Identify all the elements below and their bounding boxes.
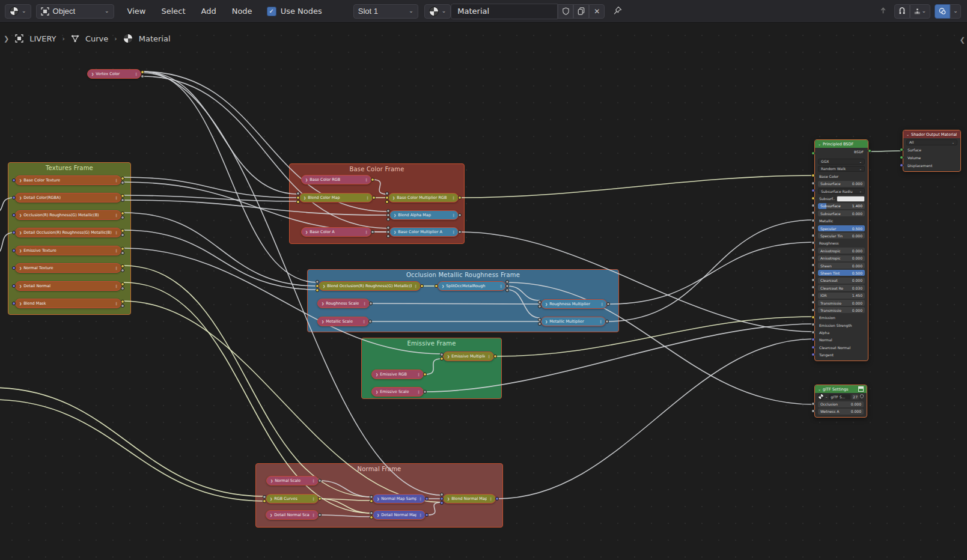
dropdown-field[interactable]: Subsurface Radiu⌄ xyxy=(818,188,865,194)
input-socket[interactable] xyxy=(296,192,300,195)
input-socket[interactable] xyxy=(12,266,16,270)
node-header[interactable]: ⌄Shader Output Material xyxy=(903,130,960,138)
output-socket[interactable] xyxy=(141,70,144,74)
node-header[interactable]: ⌄Principled BSDF xyxy=(815,140,868,148)
output-socket[interactable] xyxy=(121,269,124,272)
output-socket[interactable] xyxy=(458,196,462,199)
node-blend-occlusion-r-roughness-g-metallic-b-map[interactable]: ❯Blend Occlusion(R) Roughness(G) Metalli… xyxy=(319,281,421,291)
input-socket[interactable] xyxy=(12,231,16,234)
collapse-chevron-icon[interactable]: ❯ xyxy=(322,302,324,305)
breadcrumb-object-label[interactable]: LIVERY xyxy=(29,34,56,43)
material-name-field[interactable] xyxy=(451,4,558,19)
output-socket[interactable] xyxy=(493,355,497,358)
collapse-chevron-icon[interactable]: ❯ xyxy=(305,178,308,181)
node-header[interactable]: ⌄glTF Settings xyxy=(815,385,867,393)
slider-field[interactable]: Subsurface1.400 xyxy=(818,203,865,209)
dropdown-field[interactable]: Random Walk⌄ xyxy=(818,166,865,172)
output-socket[interactable] xyxy=(371,230,374,234)
node-blend-alpha-map[interactable]: ❯Blend Alpha Map‖ xyxy=(389,210,459,220)
output-socket[interactable] xyxy=(121,247,124,251)
value-field[interactable]: Subsurface0.000 xyxy=(818,210,865,216)
output-socket[interactable] xyxy=(868,149,871,153)
output-socket[interactable] xyxy=(121,194,124,198)
value-field[interactable]: Transmissio0.000 xyxy=(818,307,865,313)
output-socket[interactable] xyxy=(121,229,124,233)
collapse-chevron-icon[interactable]: ❯ xyxy=(19,178,22,182)
node-emissive-scale[interactable]: ❯Emissive Scale‖ xyxy=(371,387,424,397)
menu-node[interactable]: Node xyxy=(231,5,254,17)
input-socket[interactable] xyxy=(538,322,541,326)
value-field[interactable]: Transmissio0.000 xyxy=(818,300,865,306)
value-field[interactable]: Anisotropic0.000 xyxy=(818,255,865,261)
use-nodes-checkbox[interactable]: ✓ Use Nodes xyxy=(267,7,322,16)
panel-row-specular-tin[interactable]: Specular Tin0.000 xyxy=(815,232,868,239)
input-socket[interactable] xyxy=(811,271,815,275)
overlays-toggle-button[interactable] xyxy=(935,4,950,19)
node-splitoccmetalrough[interactable]: ❯SplitOccMetalRough‖ xyxy=(438,281,506,291)
slot-dropdown[interactable]: Slot 1 ⌄ xyxy=(353,4,418,19)
node-rgb-curves[interactable]: ❯RGB Curves‖ xyxy=(266,494,319,504)
panel-row-occlusion[interactable]: Occlusion0.000 xyxy=(815,400,867,407)
node-editor-canvas[interactable]: Textures FrameBase Color FrameOcclusion … xyxy=(0,22,967,560)
input-socket[interactable] xyxy=(12,178,16,182)
value-field[interactable]: Clearcoat Ro0.030 xyxy=(818,285,865,291)
collapse-chevron-icon[interactable]: ❯ xyxy=(545,302,548,306)
output-socket[interactable] xyxy=(121,198,124,202)
chevron-down-icon[interactable]: ⌄ xyxy=(906,132,909,136)
panel-row-sheen-tint[interactable]: Sheen Tint0.500 xyxy=(815,269,868,276)
new-material-button[interactable] xyxy=(573,4,589,19)
collapse-chevron-icon[interactable]: ❯ xyxy=(270,479,273,482)
value-field[interactable]: Subsurface0.000 xyxy=(818,181,865,187)
input-socket[interactable] xyxy=(811,315,815,319)
input-socket[interactable] xyxy=(811,409,815,413)
output-socket[interactable] xyxy=(121,233,124,237)
input-socket[interactable] xyxy=(370,511,373,515)
input-socket[interactable] xyxy=(386,209,390,213)
node-emissive-multiplier[interactable]: ❯Emissive Multiplier‖ xyxy=(443,352,494,361)
panel-row-anisotropic[interactable]: Anisotropic0.000 xyxy=(815,247,868,254)
input-socket[interactable] xyxy=(538,300,541,304)
collapse-chevron-icon[interactable]: ❯ xyxy=(19,196,22,199)
panel-row-subsurf[interactable]: Subsurf.. xyxy=(815,195,868,202)
input-socket[interactable] xyxy=(538,305,541,308)
input-socket[interactable] xyxy=(440,497,444,501)
chevron-down-icon[interactable]: ⌄ xyxy=(818,387,821,391)
collapse-chevron-icon[interactable]: ❯ xyxy=(19,284,22,288)
input-socket[interactable] xyxy=(370,499,373,503)
output-socket[interactable] xyxy=(458,230,462,234)
collapse-chevron-icon[interactable]: ❯ xyxy=(19,231,22,234)
input-socket[interactable] xyxy=(811,345,815,349)
collapse-chevron-icon[interactable]: ❯ xyxy=(394,213,396,217)
output-socket[interactable] xyxy=(458,213,462,217)
material-browse-button[interactable]: ⌄ xyxy=(424,4,451,19)
pin-toggle-button[interactable] xyxy=(613,6,622,17)
collapse-chevron-icon[interactable]: ❯ xyxy=(545,320,548,323)
shield-icon[interactable] xyxy=(860,394,864,399)
overlays-dropdown[interactable]: ⌄ xyxy=(950,4,961,19)
node-blend-mask[interactable]: ❯Blend Mask‖ xyxy=(15,299,121,308)
input-socket[interactable] xyxy=(900,148,903,151)
output-socket[interactable] xyxy=(371,178,374,181)
output-socket[interactable] xyxy=(420,284,424,288)
output-socket[interactable] xyxy=(369,302,373,305)
output-socket[interactable] xyxy=(495,497,499,501)
value-field[interactable]: Occlusion0.000 xyxy=(818,401,864,407)
panel-row-ggx[interactable]: GGX⌄ xyxy=(815,157,868,165)
node-emissive-texture[interactable]: ❯Emissive Texture‖ xyxy=(15,246,121,255)
input-socket[interactable] xyxy=(440,357,444,361)
node-base-color-a[interactable]: ❯Base Color A‖ xyxy=(301,227,371,237)
snap-toggle-button[interactable] xyxy=(894,4,910,19)
input-socket[interactable] xyxy=(385,196,389,199)
node-blend-color-map[interactable]: ❯Blend Color Map‖ xyxy=(299,193,373,202)
output-socket[interactable] xyxy=(121,264,124,268)
color-swatch[interactable] xyxy=(837,196,865,202)
input-socket[interactable] xyxy=(900,156,903,159)
input-socket[interactable] xyxy=(316,280,319,284)
input-socket[interactable] xyxy=(316,288,319,292)
user-count-badge[interactable]: 27 xyxy=(852,394,859,400)
value-field[interactable]: Specular Tin0.000 xyxy=(818,233,865,239)
input-socket[interactable] xyxy=(386,213,390,217)
output-socket[interactable] xyxy=(121,181,124,184)
input-socket[interactable] xyxy=(385,192,389,195)
collapse-chevron-icon[interactable]: ❯ xyxy=(91,72,94,76)
